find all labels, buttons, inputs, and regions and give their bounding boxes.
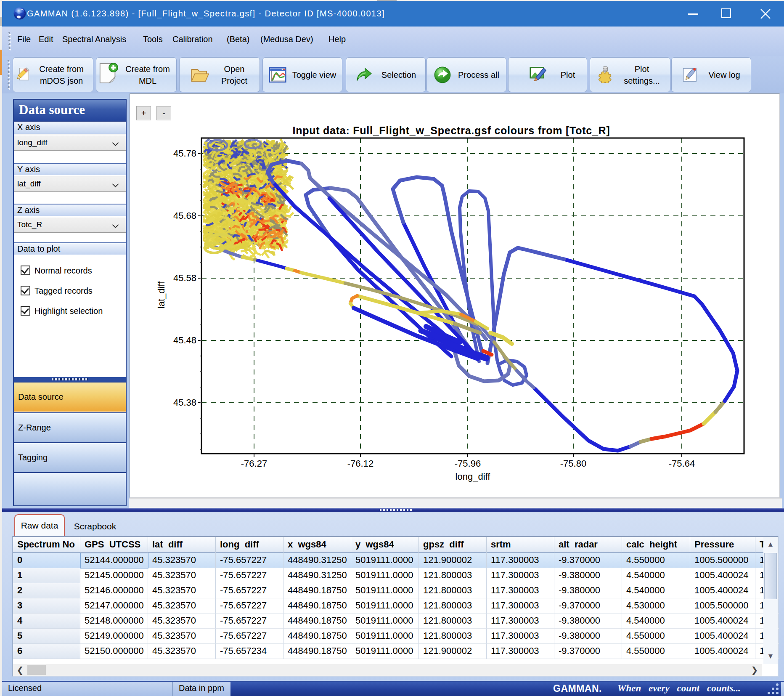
svg-text:long_diff: long_diff (456, 471, 491, 482)
svg-text:45.58: 45.58 (173, 273, 196, 283)
svg-text:-75.80: -75.80 (560, 458, 586, 469)
svg-text:45.68: 45.68 (173, 210, 196, 221)
svg-text:45.78: 45.78 (173, 148, 196, 159)
svg-text:Input data: Full_Flight_w_Spec: Input data: Full_Flight_w_Spectra.gsf co… (293, 125, 610, 136)
svg-text:-75.96: -75.96 (455, 458, 481, 469)
svg-text:45.38: 45.38 (173, 397, 196, 408)
svg-text:lat_diff: lat_diff (156, 281, 167, 308)
svg-text:-76.27: -76.27 (241, 458, 267, 469)
svg-text:-75.64: -75.64 (669, 458, 695, 469)
svg-text:-76.12: -76.12 (347, 458, 373, 469)
svg-text:45.48: 45.48 (173, 335, 196, 345)
